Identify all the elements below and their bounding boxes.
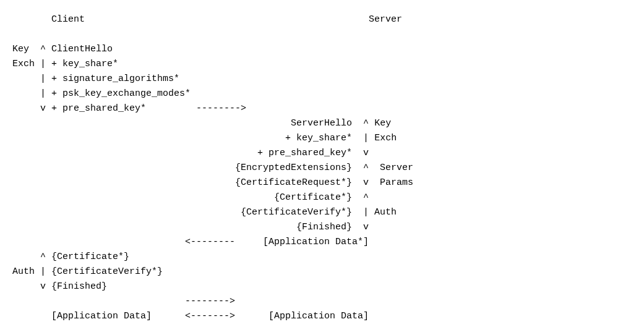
server-encext: {EncryptedExtensions} — [235, 163, 352, 173]
server-row1: ServerHello ^ Key — [12, 118, 391, 129]
client-psk: + pre_shared_key* — [51, 103, 146, 114]
server-finished: {Finished} — [296, 222, 352, 232]
client-pskmodes: + psk_key_exchange_modes* — [51, 88, 191, 99]
client-keyexch-row3: | + signature_algorithms* — [12, 74, 179, 84]
server-certreq: {CertificateRequest*} — [235, 177, 352, 188]
phase-key: Key — [12, 44, 29, 54]
server-row8: {Finished} v — [12, 222, 369, 232]
client-certverify: {CertificateVerify*} — [51, 266, 163, 277]
server-key-label: Key — [374, 118, 391, 129]
client-cert: {Certificate*} — [51, 252, 129, 262]
client-keyexch-row2: Exch | + key_share* — [12, 59, 118, 69]
client-keyexch-row4: | + psk_key_exchange_modes* — [12, 88, 191, 99]
client-header: Client — [51, 14, 85, 25]
server-row2: + key_share* | Exch — [12, 133, 397, 143]
client-keyexch-row5: v + pre_shared_key* --------> — [12, 103, 246, 114]
server-certverify: {CertificateVerify*} — [241, 207, 352, 218]
server-appdata: [Application Data*] — [263, 237, 369, 247]
arrow-bidir: <-------> — [185, 311, 235, 321]
client-keyshare: + key_share* — [51, 59, 118, 69]
client-auth-row3: v {Finished} — [12, 281, 107, 292]
client-auth-row4: --------> — [12, 296, 235, 307]
server-row5: {CertificateRequest*} v Params — [12, 177, 413, 188]
client-sigalg: + signature_algorithms* — [51, 74, 179, 84]
tls-handshake-diagram: Client Server Key ^ ClientHello Exch | +… — [12, 12, 632, 324]
client-auth-row1: ^ {Certificate*} — [12, 252, 129, 262]
server-row7: {CertificateVerify*} | Auth — [12, 207, 397, 218]
arrow-right-2: --------> — [185, 296, 235, 307]
server-header: Server — [369, 14, 402, 25]
client-appdata: [Application Data] — [51, 311, 152, 321]
server-params-label1: Server — [380, 163, 413, 173]
appdata-row: [Application Data] <-------> [Applicatio… — [12, 311, 369, 321]
server-exch-label: Exch — [374, 133, 397, 143]
arrow-right-1: --------> — [196, 103, 246, 114]
client-auth-row2: Auth | {CertificateVerify*} — [12, 266, 163, 277]
server-row3: + pre_shared_key* v — [12, 148, 369, 158]
client-keyexch-row1: Key ^ ClientHello — [12, 44, 113, 54]
client-hello: ClientHello — [51, 44, 113, 54]
server-auth-label: Auth — [374, 207, 397, 218]
server-params-label2: Params — [380, 177, 413, 188]
server-appdata2: [Application Data] — [268, 311, 369, 321]
server-keyshare: + key_share* — [285, 133, 352, 143]
header-row: Client Server — [12, 14, 402, 25]
server-row6: {Certificate*} ^ — [12, 192, 369, 203]
server-cert: {Certificate*} — [274, 192, 352, 203]
client-finished: {Finished} — [51, 281, 107, 292]
arrow-left-1: <-------- — [185, 237, 235, 247]
server-row9: <-------- [Application Data*] — [12, 237, 369, 247]
phase-exch: Exch — [12, 59, 35, 69]
server-hello: ServerHello — [291, 118, 352, 129]
server-psk: + pre_shared_key* — [257, 148, 352, 158]
server-row4: {EncryptedExtensions} ^ Server — [12, 163, 413, 173]
phase-auth: Auth — [12, 266, 35, 277]
